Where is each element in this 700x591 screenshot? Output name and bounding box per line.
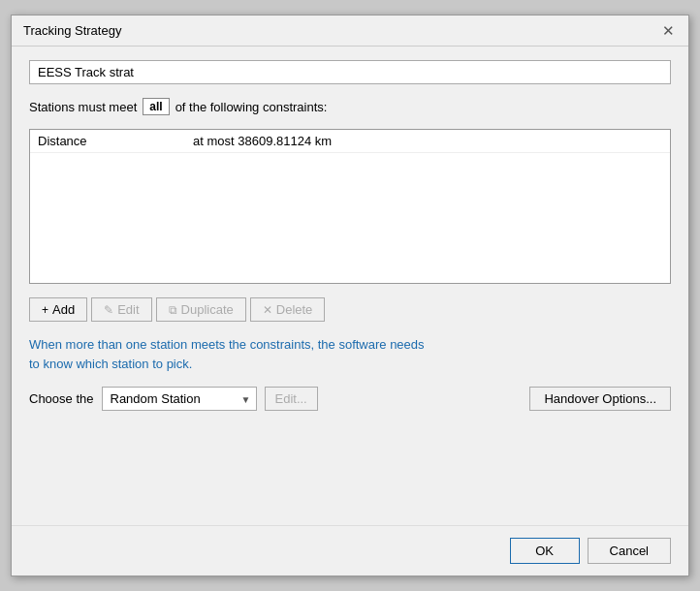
duplicate-icon: ⧉ <box>169 303 177 317</box>
dialog-title: Tracking Strategy <box>23 23 121 38</box>
info-line1: When more than one station meets the con… <box>29 335 671 355</box>
tracking-strategy-dialog: Tracking Strategy ✕ Stations must meet a… <box>11 15 689 576</box>
constraint-toolbar: + Add ✎ Edit ⧉ Duplicate ✕ Delete <box>29 297 671 322</box>
cancel-button[interactable]: Cancel <box>588 538 671 564</box>
add-label: Add <box>52 302 75 317</box>
ok-button[interactable]: OK <box>510 538 580 564</box>
station-dropdown-wrapper: Random Station Nearest Station First Sta… <box>102 387 257 411</box>
delete-label: Delete <box>276 302 313 317</box>
delete-button[interactable]: ✕ Delete <box>250 297 326 322</box>
strategy-name-input[interactable] <box>29 60 671 84</box>
edit-label: Edit <box>117 302 139 317</box>
delete-icon: ✕ <box>263 303 272 317</box>
handover-options-button[interactable]: Handover Options... <box>529 387 671 411</box>
duplicate-label: Duplicate <box>181 302 234 317</box>
constraints-table: Distance at most 38609.81124 km <box>29 129 671 284</box>
constraints-label-suffix: of the following constraints: <box>175 100 328 114</box>
edit-button[interactable]: ✎ Edit <box>91 297 151 322</box>
duplicate-button[interactable]: ⧉ Duplicate <box>156 297 246 322</box>
info-line2: to know which station to pick. <box>29 355 671 374</box>
station-dropdown[interactable]: Random Station Nearest Station First Sta… <box>102 387 257 411</box>
title-bar: Tracking Strategy ✕ <box>12 16 688 47</box>
constraints-label: Stations must meet all of the following … <box>29 98 671 115</box>
choose-row: Choose the Random Station Nearest Statio… <box>29 387 671 411</box>
add-button[interactable]: + Add <box>29 297 87 322</box>
table-row: Distance at most 38609.81124 km <box>30 130 670 153</box>
constraint-value: at most 38609.81124 km <box>193 134 332 148</box>
dialog-body: Stations must meet all of the following … <box>12 47 688 525</box>
info-section: When more than one station meets the con… <box>29 335 671 373</box>
close-button[interactable]: ✕ <box>660 23 677 38</box>
add-icon: + <box>42 303 48 317</box>
dialog-footer: OK Cancel <box>12 525 688 575</box>
constraints-label-prefix: Stations must meet <box>29 100 137 114</box>
edit-inline-button[interactable]: Edit... <box>265 387 318 411</box>
all-badge: all <box>143 98 169 115</box>
choose-label: Choose the <box>29 391 94 406</box>
constraint-name: Distance <box>38 134 174 148</box>
edit-icon: ✎ <box>104 303 113 317</box>
